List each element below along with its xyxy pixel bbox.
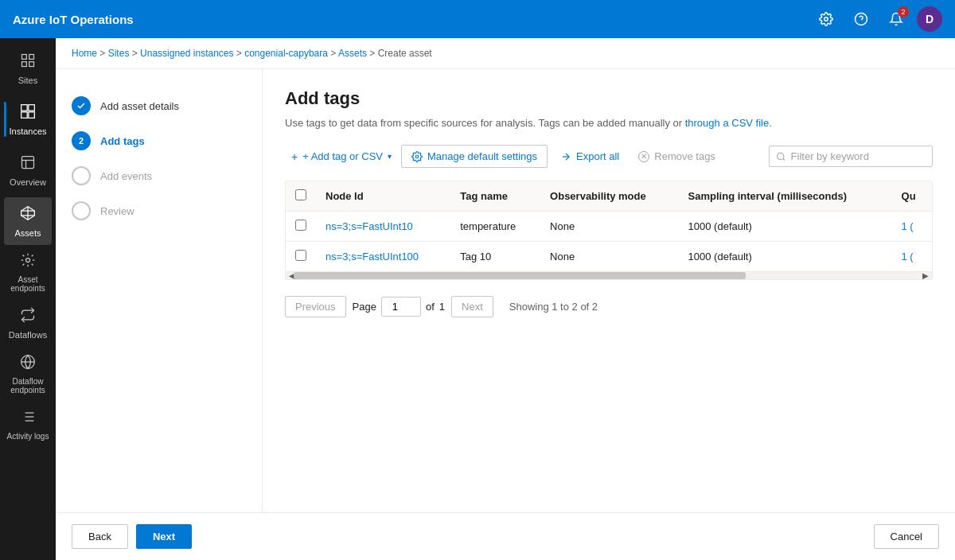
svg-rect-5 xyxy=(22,61,27,66)
row-1-tag-name: temperature xyxy=(450,212,540,242)
remove-tags-button[interactable]: ✕ Remove tags xyxy=(632,146,722,167)
sidebar-item-dataflow-endpoints[interactable]: Dataflow endpoints xyxy=(4,350,52,398)
sidebar-label-sites: Sites xyxy=(18,76,37,85)
table-scroll-wrap: Node Id Tag name Observability mode Samp… xyxy=(286,181,932,271)
breadcrumb-sites[interactable]: Sites xyxy=(108,48,130,59)
wizard-step-add-events[interactable]: Add events xyxy=(72,158,246,193)
svg-rect-4 xyxy=(29,54,34,59)
wizard-step-review[interactable]: Review xyxy=(72,193,246,228)
row-1-node-id-link[interactable]: ns=3;s=FastUInt10 xyxy=(325,220,413,232)
remove-icon: ✕ xyxy=(638,151,649,162)
row-1-qu: 1 ( xyxy=(892,212,932,242)
row-1-observability-mode: None xyxy=(540,212,679,242)
select-all-checkbox[interactable] xyxy=(295,189,306,200)
row-2-checkbox[interactable] xyxy=(295,250,306,261)
breadcrumb-unassigned-instances[interactable]: Unassigned instances xyxy=(140,48,233,59)
sidebar-label-activity-logs: Activity logs xyxy=(7,432,49,441)
scroll-right-arrow[interactable]: ▶ xyxy=(919,272,932,279)
user-avatar[interactable]: D xyxy=(917,6,942,32)
settings-button[interactable] xyxy=(812,5,840,33)
col-header-node-id: Node Id xyxy=(316,181,450,212)
previous-button[interactable]: Previous xyxy=(285,296,346,317)
sidebar-item-activity-logs[interactable]: Activity logs xyxy=(4,401,52,449)
svg-rect-8 xyxy=(29,104,35,111)
col-header-tag-name: Tag name xyxy=(450,181,540,212)
breadcrumb-assets[interactable]: Assets xyxy=(338,48,367,59)
step-label-add-events: Add events xyxy=(100,170,152,182)
next-button[interactable]: Next xyxy=(451,296,493,317)
of-label: of xyxy=(426,301,435,313)
breadcrumb-home[interactable]: Home xyxy=(72,48,97,59)
instances-icon xyxy=(20,103,36,123)
app-title: Azure IoT Operations xyxy=(13,13,812,26)
sidebar-item-dataflows[interactable]: Dataflows xyxy=(4,299,52,347)
search-input[interactable] xyxy=(791,150,926,162)
activity-logs-icon xyxy=(20,409,36,429)
col-header-observability-mode: Observability mode xyxy=(540,181,679,212)
step-circle-review xyxy=(72,201,91,220)
sidebar-item-assets[interactable]: Assets xyxy=(4,197,52,245)
filter-input-wrap[interactable] xyxy=(769,146,933,167)
help-button[interactable] xyxy=(847,5,875,33)
svg-rect-11 xyxy=(22,156,34,168)
total-pages: 1 xyxy=(439,301,445,313)
row-2-qu: 1 ( xyxy=(892,242,932,272)
sidebar-label-overview: Overview xyxy=(10,177,46,187)
sidebar-item-asset-endpoints[interactable]: Asset endpoints xyxy=(4,248,52,296)
row-1-sampling-interval: 1000 (default) xyxy=(679,212,892,242)
notification-badge: 2 xyxy=(898,6,909,18)
table-container: Node Id Tag name Observability mode Samp… xyxy=(285,181,933,280)
cancel-button[interactable]: Cancel xyxy=(874,524,939,549)
row-1-checkbox[interactable] xyxy=(295,220,306,231)
back-button[interactable]: Back xyxy=(72,524,128,549)
tags-table: Node Id Tag name Observability mode Samp… xyxy=(286,181,932,271)
sidebar-item-overview[interactable]: Overview xyxy=(4,146,52,194)
table-scroll-thumb[interactable] xyxy=(294,272,746,279)
page-input-wrap: Page of 1 xyxy=(353,297,445,317)
table-scroll-bar[interactable]: ◀ ▶ xyxy=(286,271,932,279)
row-2-checkbox-cell[interactable] xyxy=(286,242,316,272)
gear-icon xyxy=(411,151,423,162)
row-2-node-id-link[interactable]: ns=3;s=FastUInt100 xyxy=(325,251,419,262)
step-label-add-asset-details: Add asset details xyxy=(100,100,179,112)
dataflows-icon xyxy=(20,307,36,327)
wizard-step-add-tags[interactable]: 2 Add tags xyxy=(72,123,246,158)
step-circle-add-events xyxy=(72,166,91,185)
footer: Back Next Cancel xyxy=(56,512,955,560)
row-2-sampling-interval: 1000 (default) xyxy=(679,242,892,272)
row-2-tag-name: Tag 10 xyxy=(450,242,540,272)
page-label: Page xyxy=(353,301,376,313)
csv-link[interactable]: through a CSV file xyxy=(685,117,770,129)
row-2-node-id: ns=3;s=FastUInt100 xyxy=(316,242,450,272)
page-number-input[interactable] xyxy=(381,297,421,317)
breadcrumb-congenial-capybara[interactable]: congenial-capybara xyxy=(244,48,328,59)
manage-default-settings-button[interactable]: Manage default settings xyxy=(401,145,548,168)
add-tag-csv-button[interactable]: + + Add tag or CSV ▾ xyxy=(285,146,398,168)
top-header: Azure IoT Operations 2 D xyxy=(0,0,955,38)
toolbar: + + Add tag or CSV ▾ Manage default sett… xyxy=(285,145,933,168)
next-button-footer[interactable]: Next xyxy=(136,524,192,549)
step-label-review: Review xyxy=(100,205,134,217)
help-icon xyxy=(854,12,868,26)
select-all-header[interactable] xyxy=(286,181,316,212)
asset-endpoints-icon xyxy=(20,252,36,272)
assets-icon xyxy=(20,205,36,225)
step-label-add-tags: Add tags xyxy=(100,135,145,147)
wizard-step-add-asset-details[interactable]: Add asset details xyxy=(72,88,246,123)
svg-rect-10 xyxy=(29,111,35,118)
main-layout: Sites Instances Overview Assets Asset en… xyxy=(0,38,955,560)
sidebar-item-sites[interactable]: Sites xyxy=(4,45,52,92)
svg-point-0 xyxy=(824,18,828,21)
settings-icon xyxy=(819,12,833,26)
export-all-button[interactable]: Export all xyxy=(551,146,629,167)
notifications-button[interactable]: 2 xyxy=(882,5,910,33)
breadcrumb-current: Create asset xyxy=(378,48,432,59)
sidebar-label-instances: Instances xyxy=(9,126,46,136)
row-1-checkbox-cell[interactable] xyxy=(286,212,316,242)
svg-rect-7 xyxy=(21,104,28,111)
header-icons: 2 D xyxy=(812,5,942,33)
sidebar-item-instances[interactable]: Instances xyxy=(4,95,52,143)
svg-point-29 xyxy=(778,153,784,159)
breadcrumb: Home > Sites > Unassigned instances > co… xyxy=(56,38,955,69)
col-header-sampling-interval: Sampling interval (milliseconds) xyxy=(679,181,892,212)
